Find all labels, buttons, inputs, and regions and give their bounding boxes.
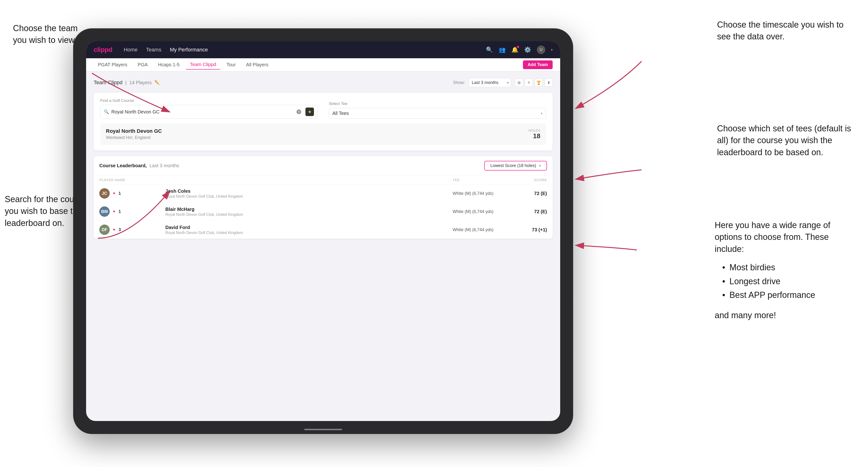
annotation-bottom-right: Here you have a wide range of options to… <box>715 219 856 321</box>
leaderboard-card: Course Leaderboard, Last 3 months Lowest… <box>94 156 553 239</box>
player-tee-1: White (M) (6,744 yds) <box>453 191 509 196</box>
home-indicator <box>304 429 342 430</box>
player-tee-3: White (M) (6,744 yds) <box>453 227 509 232</box>
select-tee-field: Select Tee All Tees ▾ <box>329 101 546 119</box>
people-icon[interactable]: 👥 <box>499 46 506 53</box>
col-tee: TEE <box>453 178 509 182</box>
player-tee-2: White (M) (6,744 yds) <box>453 209 509 214</box>
download-button[interactable]: ⬇ <box>545 79 553 87</box>
main-content: Team Clippd | 14 Players ✏️ Show: Last 3… <box>86 71 560 251</box>
search-row: Find a Golf Course 🔍 ✕ ★ Select Tee All … <box>100 98 546 119</box>
rank-1: 1 <box>119 191 124 196</box>
chevron-down-icon: ▾ <box>551 48 553 52</box>
player-name-3: David Ford <box>165 225 453 230</box>
heart-icon-2[interactable]: ♥ <box>113 210 115 214</box>
nav-link-home[interactable]: Home <box>124 47 137 53</box>
score-selector-label: Lowest Score (18 holes) <box>490 163 536 168</box>
table-row: BM ♥ 1 Blair McHarg Royal North Devon Go… <box>94 203 553 221</box>
course-search-input[interactable] <box>111 109 294 115</box>
find-course-field: Find a Golf Course 🔍 ✕ ★ <box>100 98 317 119</box>
trophy-view-button[interactable]: 🏆 <box>535 79 543 87</box>
player-club-1: Royal North Devon Golf Club, United King… <box>165 194 453 198</box>
ipad-device: clippd Home Teams My Performance 🔍 👥 🔔 ⚙… <box>73 28 573 434</box>
sub-nav-team-clippd[interactable]: Team Clippd <box>186 60 220 69</box>
leaderboard-header: Course Leaderboard, Last 3 months Lowest… <box>94 156 553 176</box>
sub-nav-hcaps[interactable]: Hcaps 1-5 <box>154 60 184 69</box>
player-cell-1: JC ♥ 1 <box>99 188 165 198</box>
add-team-button[interactable]: Add Team <box>523 60 553 69</box>
player-info-2: Blair McHarg Royal North Devon Golf Club… <box>165 207 453 217</box>
course-result-location: Westward Ho!, England <box>106 135 162 140</box>
nav-bar: clippd Home Teams My Performance 🔍 👥 🔔 ⚙… <box>86 41 560 58</box>
player-info-3: David Ford Royal North Devon Golf Club, … <box>165 225 453 235</box>
player-score-2: 72 (E) <box>509 209 547 214</box>
sub-nav-tour[interactable]: Tour <box>222 60 240 69</box>
player-name-2: Blair McHarg <box>165 207 453 212</box>
sub-nav-pgat[interactable]: PGAT Players <box>94 60 132 69</box>
course-result-name: Royal North Devon GC <box>106 128 162 134</box>
score-selector-button[interactable]: Lowest Score (18 holes) ▾ <box>484 161 547 170</box>
search-icon[interactable]: 🔍 <box>486 46 493 53</box>
app-logo: clippd <box>94 46 112 54</box>
player-score-1: 72 (E) <box>509 191 547 196</box>
annotation-middle-right: Choose which set of tees (default is all… <box>717 123 854 158</box>
team-header: Team Clippd | 14 Players ✏️ Show: Last 3… <box>94 78 553 87</box>
nav-link-my-performance[interactable]: My Performance <box>170 47 208 53</box>
tee-label: Select Tee <box>329 101 546 106</box>
player-cell-3: DF ♥ 3 <box>99 224 165 235</box>
settings-icon[interactable]: ⚙️ <box>524 46 531 53</box>
notification-icon[interactable]: 🔔 <box>512 46 519 53</box>
nav-link-teams[interactable]: Teams <box>146 47 161 53</box>
search-icon-small: 🔍 <box>104 109 109 115</box>
sub-nav: PGAT Players PGA Hcaps 1-5 Team Clippd T… <box>86 58 560 71</box>
player-score-3: 73 (+1) <box>509 227 547 232</box>
heart-icon-1[interactable]: ♥ <box>113 191 115 195</box>
player-club-3: Royal North Devon Golf Club, United King… <box>165 231 453 235</box>
col-score: SCORE <box>509 178 547 182</box>
heart-icon-3[interactable]: ♥ <box>113 228 115 232</box>
score-selector-chevron: ▾ <box>539 163 541 168</box>
tee-dropdown-arrow: ▾ <box>541 112 542 115</box>
col-player: PLAYER NAME <box>99 178 165 182</box>
player-count: 14 Players <box>129 80 152 85</box>
bullet-item-2: Longest drive <box>722 275 856 288</box>
sub-nav-all-players[interactable]: All Players <box>242 60 272 69</box>
annotation-top-right: Choose the timescale you wish to see the… <box>717 19 849 43</box>
annotation-bottom-right-text: Here you have a wide range of options to… <box>715 219 856 255</box>
show-label: Show: <box>453 80 465 85</box>
course-info: Royal North Devon GC Westward Ho!, Engla… <box>106 128 162 140</box>
show-dropdown[interactable]: Last 3 months <box>469 78 511 87</box>
annotation-top-right-text: Choose the timescale you wish to see the… <box>717 20 843 41</box>
grid-view-button[interactable]: ⊞ <box>515 79 523 87</box>
edit-icon[interactable]: ✏️ <box>154 80 160 85</box>
and-more-text: and many more! <box>715 309 856 321</box>
nav-icons: 🔍 👥 🔔 ⚙️ U ▾ <box>486 45 553 54</box>
player-name-1: Josh Coles <box>165 188 453 194</box>
user-avatar[interactable]: U <box>537 45 545 54</box>
player-avatar-1: JC <box>99 188 110 198</box>
holes-box: Holes 18 <box>528 128 540 140</box>
list-view-button[interactable]: ≡ <box>525 79 533 87</box>
view-icons: ⊞ ≡ 🏆 ⬇ <box>515 79 553 87</box>
player-info-1: Josh Coles Royal North Devon Golf Club, … <box>165 188 453 198</box>
player-club-2: Royal North Devon Golf Club, United King… <box>165 213 453 217</box>
tee-value: All Tees <box>332 111 349 116</box>
annotation-top-left-text: Choose the team you wish to view. <box>13 23 78 45</box>
search-clear-button[interactable]: ✕ <box>297 110 301 114</box>
player-cell-2: BM ♥ 1 <box>99 206 165 217</box>
holes-label: Holes <box>528 128 540 132</box>
table-header: PLAYER NAME TEE SCORE <box>94 176 553 184</box>
ipad-screen: clippd Home Teams My Performance 🔍 👥 🔔 ⚙… <box>86 41 560 421</box>
find-course-label: Find a Golf Course <box>100 98 317 103</box>
rank-2: 1 <box>119 209 124 214</box>
team-controls: Show: Last 3 months ▾ ⊞ ≡ 🏆 ⬇ <box>453 78 553 87</box>
col-spacer <box>165 178 453 182</box>
favorite-button[interactable]: ★ <box>305 107 314 116</box>
sub-nav-pga[interactable]: PGA <box>133 60 152 69</box>
tee-select-wrap[interactable]: All Tees ▾ <box>329 108 546 119</box>
nav-links: Home Teams My Performance <box>124 47 208 53</box>
player-avatar-2: BM <box>99 206 110 217</box>
holes-value: 18 <box>528 132 540 140</box>
table-row: DF ♥ 3 David Ford Royal North Devon Golf… <box>94 221 553 239</box>
search-input-wrap: 🔍 ✕ ★ <box>100 105 317 119</box>
